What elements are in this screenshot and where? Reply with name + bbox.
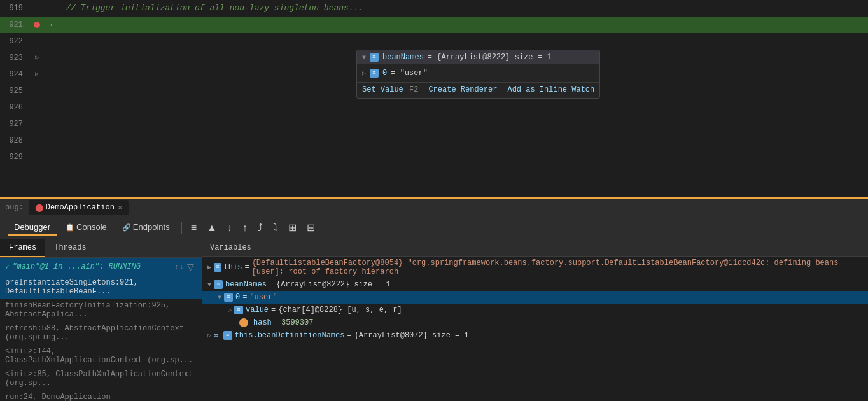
code-line-929: 929 if (System.getSecurityManager() != n… xyxy=(0,149,868,165)
breakpoint-dot[interactable] xyxy=(34,22,40,28)
check-icon: ✓ xyxy=(5,262,10,272)
debugger-tab-btn[interactable]: Debugger xyxy=(8,220,57,236)
tab-bar: bug: ⬤ DemoApplication ✕ xyxy=(0,197,868,216)
code-line-921: 921 → for (String beanName : beanNames) … xyxy=(0,17,868,33)
frames-panel: Frames Threads ✓ "main"@1 in ...ain": RU… xyxy=(0,239,202,401)
debug-popup-header: ▼ ≡ beanNames = {ArrayList@8222} size = … xyxy=(357,50,599,64)
toolbar-btn-layout2[interactable]: ⊟ xyxy=(303,220,319,236)
debugger-toolbar: Debugger 📋Console 🔗Endpoints ≡ ▲ ↓ ↑ ⤴ ⤵… xyxy=(0,216,868,239)
code-line-928: 928 boolean isEagerInit; xyxy=(0,132,868,149)
var-row-this[interactable]: ▶ ≡ this = {DefaultListableBeanFactory@8… xyxy=(202,257,868,278)
filter-btn[interactable]: ▽ xyxy=(185,260,197,273)
toolbar-btn-eval[interactable]: ⤵ xyxy=(269,220,282,236)
tab-label: DemoApplication xyxy=(46,203,115,212)
tab-icon: ⬤ xyxy=(35,203,43,213)
add-inline-watch-action[interactable]: Add as Inline Watch xyxy=(507,85,594,94)
var-row-hash[interactable]: hash = 3599307 xyxy=(202,316,868,329)
code-line-919: 919 // Trigger initialization of all non… xyxy=(0,0,868,17)
variables-panel: Variables ▶ ≡ this = {DefaultListableBea… xyxy=(202,239,868,401)
expand-icon-value[interactable]: ▷ xyxy=(228,306,232,314)
frame-down-btn[interactable]: ↓ xyxy=(179,260,183,273)
frame-item-3[interactable]: <init>:144, ClassPathXmlApplicationConte… xyxy=(0,344,202,367)
toolbar-btn-step-into[interactable]: ↓ xyxy=(223,220,236,236)
variables-list: ▶ ≡ this = {DefaultListableBeanFactory@8… xyxy=(202,257,868,401)
tab-close-btn[interactable]: ✕ xyxy=(118,204,122,211)
frames-list: ✓ "main"@1 in ...ain": RUNNING ↑ ↓ ▽ pre… xyxy=(0,258,202,401)
toolbar-btn-step-over[interactable]: ▲ xyxy=(203,220,221,236)
endpoints-tab-btn[interactable]: 🔗Endpoints xyxy=(116,220,176,236)
code-line-927: 927 FactoryBean<?> factory = (FactoryBea… xyxy=(0,116,868,132)
var-icon-beandefnames: ≡ xyxy=(223,331,232,340)
toolbar-btn-run-cursor[interactable]: ⤴ xyxy=(254,220,267,236)
var-row-beandefnames[interactable]: ▷ ∞ ≡ this.beanDefinitionNames = {ArrayL… xyxy=(202,329,868,342)
toolbar-btn-menu[interactable]: ≡ xyxy=(187,220,200,236)
var-row-0[interactable]: ▼ ≡ 0 = "user" xyxy=(202,291,868,304)
expand-icon-beannames[interactable]: ▼ xyxy=(207,281,211,288)
debug-popup-body: ▷ ≡ 0 = "user" xyxy=(357,64,599,82)
toolbar-btn-step-out[interactable]: ↑ xyxy=(239,220,251,236)
thread-label: "main"@1 in ...ain": RUNNING xyxy=(12,262,141,271)
var-icon-beannames: ≡ xyxy=(214,280,223,289)
frame-item-1[interactable]: finishBeanFactoryInitialization:925, Abs… xyxy=(0,299,202,321)
toolbar-separator xyxy=(181,222,182,234)
console-tab-btn[interactable]: 📋Console xyxy=(59,220,113,236)
bug-label: bug: xyxy=(5,203,24,212)
threads-tab[interactable]: Threads xyxy=(45,239,95,257)
expand-icon-0[interactable]: ▼ xyxy=(218,294,221,301)
expand-icon-beandefnames[interactable]: ▷ xyxy=(207,332,211,339)
running-thread-item[interactable]: ✓ "main"@1 in ...ain": RUNNING ↑ ↓ ▽ xyxy=(0,258,202,276)
expand-icon-this[interactable]: ▶ xyxy=(207,264,211,271)
variables-header: Variables xyxy=(202,239,868,257)
panel-tabs: Frames Threads xyxy=(0,239,202,258)
var-row-value[interactable]: ▷ ≡ value = {char[4]@8228} [u, s, e, r] xyxy=(202,304,868,316)
debug-popup: ▼ ≡ beanNames = {ArrayList@8222} size = … xyxy=(356,50,600,99)
debugger-content: Frames Threads ✓ "main"@1 in ...ain": RU… xyxy=(0,239,868,401)
frame-item-2[interactable]: refresh:588, AbstractApplicationContext … xyxy=(0,321,202,344)
hash-icon xyxy=(239,318,248,327)
set-value-action[interactable]: Set Value F2 xyxy=(362,85,418,94)
var-icon-0: ≡ xyxy=(224,293,233,302)
code-line-922: 922 RootBeanDefinition bd = getMerge xyxy=(0,33,868,50)
frame-item-4[interactable]: <init>:85, ClassPathXmlApplicationContex… xyxy=(0,367,202,390)
var-row-beannames[interactable]: ▼ ≡ beanNames = {ArrayList@8222} size = … xyxy=(202,278,868,291)
demo-application-tab[interactable]: ⬤ DemoApplication ✕ xyxy=(29,200,129,215)
frame-item-5[interactable]: run:24, DemoApplication (com.mryan.sprin… xyxy=(0,390,202,401)
debug-popup-actions: Set Value F2 Create Renderer Add as Inli… xyxy=(357,82,599,98)
var-icon-value: ≡ xyxy=(234,306,243,314)
frames-tab[interactable]: Frames xyxy=(0,239,45,257)
toolbar-btn-layout1[interactable]: ⊞ xyxy=(284,220,300,236)
code-editor: 919 // Trigger initialization of all non… xyxy=(0,0,868,197)
var-icon-this: ≡ xyxy=(214,263,221,272)
frame-up-btn[interactable]: ↑ xyxy=(174,260,178,273)
frame-item-0[interactable]: preInstantiateSingletons:921, DefaultLis… xyxy=(0,276,202,299)
code-line-926: 926 if (bean instanceof FactoryBean) { xyxy=(0,99,868,116)
create-renderer-action[interactable]: Create Renderer xyxy=(428,85,497,94)
frame-nav: ↑ ↓ ▽ xyxy=(174,260,197,273)
